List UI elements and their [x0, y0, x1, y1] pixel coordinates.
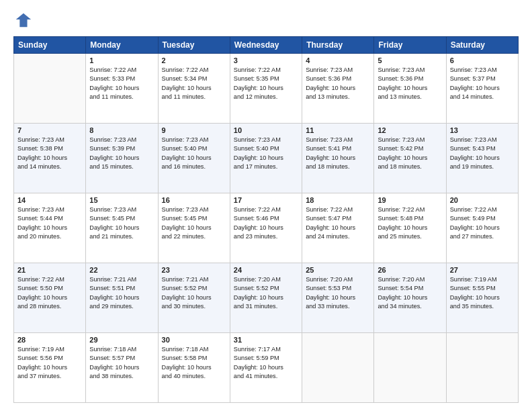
cell-day-number: 18: [306, 196, 370, 204]
cell-day-number: 2: [162, 56, 226, 64]
calendar-cell: 23Sunrise: 7:21 AMSunset: 5:52 PMDayligh…: [158, 263, 230, 333]
cell-day-number: 28: [17, 336, 82, 344]
calendar-cell: 28Sunrise: 7:19 AMSunset: 5:56 PMDayligh…: [14, 333, 86, 403]
calendar-cell: 18Sunrise: 7:22 AMSunset: 5:47 PMDayligh…: [302, 193, 374, 263]
cell-day-number: 12: [378, 126, 442, 134]
calendar-cell: 12Sunrise: 7:23 AMSunset: 5:42 PMDayligh…: [374, 124, 446, 193]
calendar-cell: 31Sunrise: 7:17 AMSunset: 5:59 PMDayligh…: [230, 333, 302, 403]
cell-day-number: 17: [234, 196, 298, 204]
cell-day-number: 24: [234, 266, 298, 274]
cell-info: Sunrise: 7:23 AMSunset: 5:39 PMDaylight:…: [89, 136, 154, 171]
cell-day-number: 15: [89, 196, 154, 204]
cell-info: Sunrise: 7:18 AMSunset: 5:58 PMDaylight:…: [162, 345, 226, 381]
cell-info: Sunrise: 7:23 AMSunset: 5:37 PMDaylight:…: [450, 66, 515, 101]
calendar-cell: 24Sunrise: 7:20 AMSunset: 5:52 PMDayligh…: [230, 263, 302, 333]
calendar-cell: 21Sunrise: 7:22 AMSunset: 5:50 PMDayligh…: [14, 263, 86, 333]
calendar-cell: 9Sunrise: 7:23 AMSunset: 5:40 PMDaylight…: [158, 124, 230, 193]
cell-day-number: 14: [17, 196, 82, 204]
cell-info: Sunrise: 7:18 AMSunset: 5:57 PMDaylight:…: [89, 345, 154, 381]
cell-info: Sunrise: 7:23 AMSunset: 5:45 PMDaylight:…: [89, 205, 154, 241]
cell-info: Sunrise: 7:19 AMSunset: 5:56 PMDaylight:…: [17, 345, 82, 381]
cell-day-number: 1: [89, 56, 154, 64]
cell-day-number: 4: [306, 56, 370, 64]
cell-info: Sunrise: 7:22 AMSunset: 5:34 PMDaylight:…: [162, 66, 226, 101]
cell-info: Sunrise: 7:23 AMSunset: 5:40 PMDaylight:…: [162, 136, 226, 171]
cell-day-number: 6: [450, 56, 515, 64]
cell-info: Sunrise: 7:22 AMSunset: 5:35 PMDaylight:…: [234, 66, 298, 101]
calendar-cell: 10Sunrise: 7:23 AMSunset: 5:40 PMDayligh…: [230, 124, 302, 193]
cell-day-number: 31: [234, 336, 298, 344]
cell-day-number: 30: [162, 336, 226, 344]
cell-info: Sunrise: 7:23 AMSunset: 5:43 PMDaylight:…: [450, 136, 515, 171]
calendar-cell: 29Sunrise: 7:18 AMSunset: 5:57 PMDayligh…: [86, 333, 158, 403]
cell-info: Sunrise: 7:23 AMSunset: 5:44 PMDaylight:…: [17, 205, 82, 241]
calendar-cell: 13Sunrise: 7:23 AMSunset: 5:43 PMDayligh…: [446, 124, 518, 193]
cell-info: Sunrise: 7:22 AMSunset: 5:47 PMDaylight:…: [306, 205, 370, 241]
calendar-cell: [14, 54, 86, 124]
calendar-cell: 11Sunrise: 7:23 AMSunset: 5:41 PMDayligh…: [302, 124, 374, 193]
cell-info: Sunrise: 7:22 AMSunset: 5:33 PMDaylight:…: [89, 66, 154, 101]
calendar-cell: 26Sunrise: 7:20 AMSunset: 5:54 PMDayligh…: [374, 263, 446, 333]
calendar-cell: 14Sunrise: 7:23 AMSunset: 5:44 PMDayligh…: [14, 193, 86, 263]
cell-day-number: 27: [450, 266, 515, 274]
cell-info: Sunrise: 7:23 AMSunset: 5:42 PMDaylight:…: [378, 136, 442, 171]
header: [13, 11, 519, 30]
page: SundayMondayTuesdayWednesdayThursdayFrid…: [0, 0, 532, 411]
calendar-week-row: 1Sunrise: 7:22 AMSunset: 5:33 PMDaylight…: [14, 54, 519, 124]
day-header-monday: Monday: [86, 37, 158, 54]
calendar-cell: [374, 333, 446, 403]
cell-info: Sunrise: 7:17 AMSunset: 5:59 PMDaylight:…: [234, 345, 298, 381]
svg-marker-1: [16, 13, 31, 28]
calendar-cell: 25Sunrise: 7:20 AMSunset: 5:53 PMDayligh…: [302, 263, 374, 333]
cell-day-number: 16: [162, 196, 226, 204]
calendar-cell: 20Sunrise: 7:22 AMSunset: 5:49 PMDayligh…: [446, 193, 518, 263]
calendar-cell: 1Sunrise: 7:22 AMSunset: 5:33 PMDaylight…: [86, 54, 158, 124]
cell-info: Sunrise: 7:21 AMSunset: 5:52 PMDaylight:…: [162, 275, 226, 311]
cell-info: Sunrise: 7:23 AMSunset: 5:36 PMDaylight:…: [306, 66, 370, 101]
cell-day-number: 7: [17, 126, 82, 134]
cell-day-number: 3: [234, 56, 298, 64]
calendar-cell: 22Sunrise: 7:21 AMSunset: 5:51 PMDayligh…: [86, 263, 158, 333]
cell-info: Sunrise: 7:21 AMSunset: 5:51 PMDaylight:…: [89, 275, 154, 311]
calendar-cell: 27Sunrise: 7:19 AMSunset: 5:55 PMDayligh…: [446, 263, 518, 333]
logo: [13, 11, 35, 30]
day-header-wednesday: Wednesday: [230, 37, 302, 54]
cell-info: Sunrise: 7:23 AMSunset: 5:36 PMDaylight:…: [378, 66, 442, 101]
cell-info: Sunrise: 7:22 AMSunset: 5:46 PMDaylight:…: [234, 205, 298, 241]
calendar-cell: 19Sunrise: 7:22 AMSunset: 5:48 PMDayligh…: [374, 193, 446, 263]
cell-day-number: 13: [450, 126, 515, 134]
calendar-week-row: 7Sunrise: 7:23 AMSunset: 5:38 PMDaylight…: [14, 124, 519, 193]
cell-day-number: 25: [306, 266, 370, 274]
calendar-cell: 17Sunrise: 7:22 AMSunset: 5:46 PMDayligh…: [230, 193, 302, 263]
cell-info: Sunrise: 7:22 AMSunset: 5:48 PMDaylight:…: [378, 205, 442, 241]
calendar-cell: 5Sunrise: 7:23 AMSunset: 5:36 PMDaylight…: [374, 54, 446, 124]
cell-info: Sunrise: 7:20 AMSunset: 5:52 PMDaylight:…: [234, 275, 298, 311]
day-header-thursday: Thursday: [302, 37, 374, 54]
calendar-cell: [446, 333, 518, 403]
cell-info: Sunrise: 7:19 AMSunset: 5:55 PMDaylight:…: [450, 275, 515, 311]
cell-day-number: 9: [162, 126, 226, 134]
cell-info: Sunrise: 7:23 AMSunset: 5:40 PMDaylight:…: [234, 136, 298, 171]
calendar-cell: 3Sunrise: 7:22 AMSunset: 5:35 PMDaylight…: [230, 54, 302, 124]
day-header-tuesday: Tuesday: [158, 37, 230, 54]
cell-info: Sunrise: 7:23 AMSunset: 5:41 PMDaylight:…: [306, 136, 370, 171]
day-header-sunday: Sunday: [14, 37, 86, 54]
cell-day-number: 8: [89, 126, 154, 134]
calendar-week-row: 28Sunrise: 7:19 AMSunset: 5:56 PMDayligh…: [14, 333, 519, 403]
cell-info: Sunrise: 7:22 AMSunset: 5:49 PMDaylight:…: [450, 205, 515, 241]
calendar-cell: 15Sunrise: 7:23 AMSunset: 5:45 PMDayligh…: [86, 193, 158, 263]
cell-day-number: 5: [378, 56, 442, 64]
calendar-cell: 7Sunrise: 7:23 AMSunset: 5:38 PMDaylight…: [14, 124, 86, 193]
logo-icon: [13, 11, 32, 30]
cell-info: Sunrise: 7:22 AMSunset: 5:50 PMDaylight:…: [17, 275, 82, 311]
cell-day-number: 19: [378, 196, 442, 204]
cell-day-number: 22: [89, 266, 154, 274]
calendar-cell: 16Sunrise: 7:23 AMSunset: 5:45 PMDayligh…: [158, 193, 230, 263]
day-header-friday: Friday: [374, 37, 446, 54]
cell-day-number: 23: [162, 266, 226, 274]
calendar-cell: [302, 333, 374, 403]
cell-day-number: 10: [234, 126, 298, 134]
cell-day-number: 29: [89, 336, 154, 344]
cell-day-number: 26: [378, 266, 442, 274]
cell-day-number: 11: [306, 126, 370, 134]
